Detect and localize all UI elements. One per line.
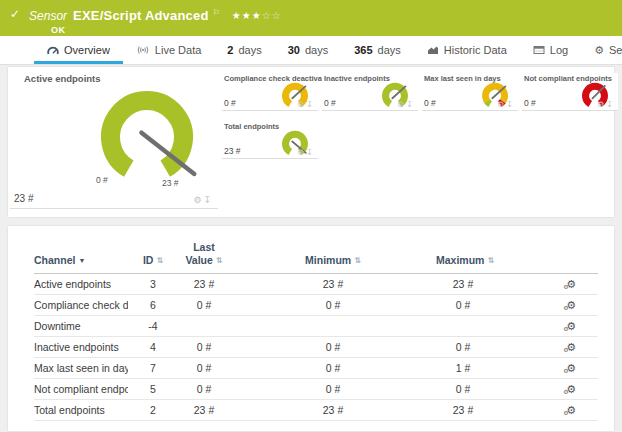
channel-minimum: 23 #	[230, 274, 436, 295]
channel-settings-gears-icon[interactable]	[566, 384, 576, 395]
gauges-panel: Active endpoints 0 # 23 # 23 # ⚙↧ Compli…	[8, 67, 614, 217]
sort-icon: ⇅	[487, 256, 494, 265]
gear-icon[interactable]: ⚙	[597, 100, 606, 109]
channel-row[interactable]: Not compliant endpoints 5 0 # 0 # 0 #	[34, 379, 598, 400]
content-area: Active endpoints 0 # 23 # 23 # ⚙↧ Compli…	[0, 65, 622, 431]
tab-live-data[interactable]: Live Data	[123, 36, 214, 64]
channel-id: 4	[128, 337, 178, 358]
tab-settings[interactable]: ⚙ Settings	[581, 36, 622, 64]
pin-icon[interactable]: ↧	[406, 100, 415, 109]
channel-name[interactable]: Compliance check deacti...	[34, 295, 128, 316]
tab-label: days	[238, 44, 261, 56]
tab-label: Overview	[64, 44, 110, 56]
tab-historic-data[interactable]: Historic Data	[414, 36, 520, 64]
channels-table: Channel▼ ID⇅ LastValue⇅ Minimum⇅ Maximum…	[34, 232, 598, 421]
channel-name[interactable]: Inactive endpoints	[34, 337, 128, 358]
column-header-last-value[interactable]: LastValue⇅	[178, 232, 230, 274]
channel-maximum: 23 #	[436, 274, 490, 295]
channel-name[interactable]: Downtime	[34, 316, 128, 337]
sort-icon: ⇅	[156, 256, 163, 265]
sensor-status-badge: OK	[51, 25, 282, 35]
column-label: ID	[143, 254, 154, 266]
channel-settings-gears-icon[interactable]	[566, 363, 576, 374]
tab-overview[interactable]: Overview	[34, 36, 123, 64]
pin-icon[interactable]: ↧	[506, 100, 515, 109]
channel-row[interactable]: Max last seen in days 7 0 # 0 # 1 #	[34, 358, 598, 379]
channel-maximum: 1 #	[436, 358, 490, 379]
gauge-value: 0 #	[524, 98, 536, 108]
priority-stars[interactable]: ★★★☆☆	[232, 10, 282, 21]
pin-icon[interactable]: ↧	[306, 100, 315, 109]
channel-row[interactable]: Active endpoints 3 23 # 23 # 23 #	[34, 274, 598, 295]
pin-icon[interactable]: ↧	[203, 195, 213, 205]
live-data-icon	[136, 45, 150, 55]
channel-settings-gears-icon[interactable]	[566, 405, 576, 416]
channel-maximum: 23 #	[436, 400, 490, 421]
column-header-channel[interactable]: Channel▼	[34, 232, 128, 274]
column-label: Minimum	[305, 254, 351, 266]
channel-last-value	[178, 316, 230, 337]
channel-name[interactable]: Max last seen in days	[34, 358, 128, 379]
column-header-minimum[interactable]: Minimum⇅	[230, 232, 436, 274]
column-label: Maximum	[436, 254, 484, 266]
gauge-tile-compliance-check[interactable]: Compliance check deactivated 0 # ⚙↧	[222, 73, 318, 111]
gauge-tile-inactive-endpoints[interactable]: Inactive endpoints 0 # ⚙↧	[322, 73, 418, 111]
pin-icon[interactable]: ↧	[306, 148, 315, 157]
gauge-tile-active-endpoints[interactable]: Active endpoints 0 # 23 # 23 # ⚙↧	[10, 69, 218, 209]
channel-last-value: 0 #	[178, 379, 230, 400]
channel-minimum: 23 #	[230, 400, 436, 421]
channel-name[interactable]: Total endpoints	[34, 400, 128, 421]
tab-label: Historic Data	[444, 44, 507, 56]
channel-maximum: 0 #	[436, 337, 490, 358]
tab-30-days[interactable]: 30 days	[275, 36, 342, 64]
gear-icon[interactable]: ⚙	[497, 100, 506, 109]
channel-maximum	[436, 316, 490, 337]
column-label: Last	[193, 241, 215, 253]
channel-minimum: 0 #	[230, 295, 436, 316]
stars-empty[interactable]: ☆☆	[262, 10, 282, 21]
gear-icon[interactable]: ⚙	[297, 100, 306, 109]
gauge-tile-not-compliant[interactable]: Not compliant endpoints 0 # ⚙↧	[522, 73, 618, 111]
gauge-tile-max-last-seen[interactable]: Max last seen in days 0 # ⚙↧	[422, 73, 518, 111]
channel-row[interactable]: Compliance check deacti... 6 0 # 0 # 0 #	[34, 295, 598, 316]
channel-settings-gears-icon[interactable]	[566, 279, 576, 290]
channel-id: 3	[128, 274, 178, 295]
channel-row[interactable]: Total endpoints 2 23 # 23 # 23 #	[34, 400, 598, 421]
table-header-row: Channel▼ ID⇅ LastValue⇅ Minimum⇅ Maximum…	[34, 232, 598, 274]
tab-label: Settings	[609, 44, 622, 56]
tab-log[interactable]: Log	[520, 36, 581, 64]
pin-icon[interactable]: ↧	[606, 100, 615, 109]
gear-icon[interactable]: ⚙	[297, 148, 306, 157]
gear-icon[interactable]: ⚙	[397, 100, 406, 109]
channel-name[interactable]: Active endpoints	[34, 274, 128, 295]
column-header-maximum[interactable]: Maximum⇅	[436, 232, 490, 274]
channel-last-value: 0 #	[178, 358, 230, 379]
gauge-scale-min: 0 #	[96, 175, 108, 185]
channel-settings-gears-icon[interactable]	[566, 342, 576, 353]
tab-label: Log	[550, 44, 568, 56]
channel-id: 7	[128, 358, 178, 379]
flag-icon[interactable]: ⚐	[213, 8, 220, 17]
column-header-id[interactable]: ID⇅	[128, 232, 178, 274]
tab-365-days[interactable]: 365 days	[341, 36, 414, 64]
stars-filled[interactable]: ★★★	[232, 10, 262, 21]
channel-row[interactable]: Inactive endpoints 4 0 # 0 # 0 #	[34, 337, 598, 358]
gear-icon[interactable]: ⚙	[193, 195, 203, 205]
channel-name[interactable]: Not compliant endpoints	[34, 379, 128, 400]
sort-icon: ⇅	[216, 256, 223, 265]
tab-label: days	[378, 44, 401, 56]
tab-label: days	[305, 44, 328, 56]
column-label: Value	[185, 254, 212, 266]
status-ok-check-icon: ✓	[10, 7, 20, 21]
channel-settings-gears-icon[interactable]	[566, 321, 576, 332]
gauge-value: 0 #	[324, 98, 336, 108]
sensor-title-block: SensorEXE/Script Advanced⚐★★★☆☆ OK	[29, 6, 282, 35]
gauge-tile-total-endpoints[interactable]: Total endpoints 23 # ⚙↧	[222, 121, 318, 159]
channel-id: 2	[128, 400, 178, 421]
channel-settings-gears-icon[interactable]	[566, 300, 576, 311]
channel-last-value: 0 #	[178, 295, 230, 316]
tab-2-days[interactable]: 2 days	[214, 36, 274, 64]
channel-row[interactable]: Downtime -4	[34, 316, 598, 337]
channel-id: 6	[128, 295, 178, 316]
channel-minimum	[230, 316, 436, 337]
